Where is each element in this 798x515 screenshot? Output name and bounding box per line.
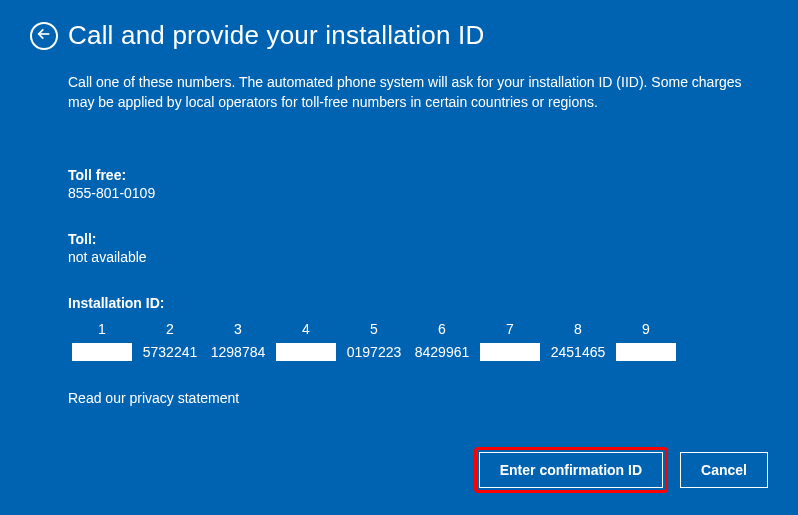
id-col-header: 1 <box>68 321 136 337</box>
toll-value: not available <box>68 249 748 265</box>
id-col-header: 2 <box>136 321 204 337</box>
id-segment: 1298784 <box>204 343 272 361</box>
page-title: Call and provide your installation ID <box>68 20 484 51</box>
id-segment-redacted <box>480 343 540 361</box>
id-segment-redacted <box>276 343 336 361</box>
id-segment-redacted <box>616 343 676 361</box>
installation-id-values: 5732241 1298784 0197223 8429961 2451465 <box>68 343 680 361</box>
installation-id-headers: 1 2 3 4 5 6 7 8 9 <box>68 321 680 343</box>
installation-id-label: Installation ID: <box>68 295 748 311</box>
id-segment: 8429961 <box>408 343 476 361</box>
toll-section: Toll: not available <box>68 231 748 265</box>
instruction-text: Call one of these numbers. The automated… <box>68 73 748 112</box>
id-col-header: 6 <box>408 321 476 337</box>
back-arrow-icon <box>36 26 52 46</box>
id-col-header: 7 <box>476 321 544 337</box>
id-col-header: 5 <box>340 321 408 337</box>
id-col-header: 8 <box>544 321 612 337</box>
enter-confirmation-id-button[interactable]: Enter confirmation ID <box>479 452 663 488</box>
id-col-header: 4 <box>272 321 340 337</box>
id-col-header: 3 <box>204 321 272 337</box>
id-segment: 2451465 <box>544 343 612 361</box>
id-col-header: 9 <box>612 321 680 337</box>
toll-free-section: Toll free: 855-801-0109 <box>68 167 748 201</box>
toll-label: Toll: <box>68 231 748 247</box>
toll-free-number: 855-801-0109 <box>68 185 748 201</box>
cancel-button[interactable]: Cancel <box>680 452 768 488</box>
id-segment-redacted <box>72 343 132 361</box>
back-button[interactable] <box>30 22 58 50</box>
id-segment: 0197223 <box>340 343 408 361</box>
id-segment: 5732241 <box>136 343 204 361</box>
toll-free-label: Toll free: <box>68 167 748 183</box>
highlight-annotation: Enter confirmation ID <box>474 447 668 493</box>
privacy-statement-link[interactable]: Read our privacy statement <box>68 390 239 406</box>
installation-id-section: Installation ID: 1 2 3 4 5 6 7 8 9 57322… <box>68 295 748 361</box>
